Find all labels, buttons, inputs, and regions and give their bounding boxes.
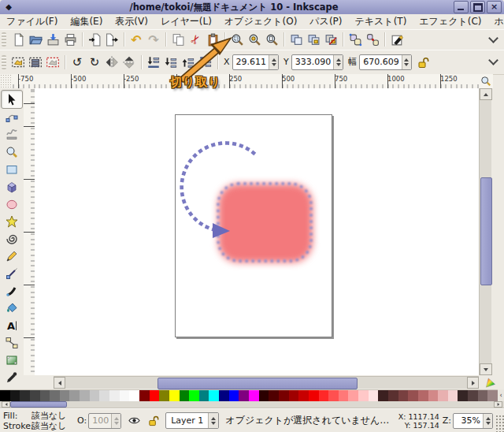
palette-swatch[interactable] bbox=[369, 390, 379, 402]
window-resize-grip[interactable] bbox=[495, 414, 504, 432]
flip-horizontal-button[interactable] bbox=[103, 54, 120, 71]
palette-swatch[interactable] bbox=[180, 390, 190, 402]
tool-star[interactable] bbox=[2, 213, 22, 230]
print-button[interactable] bbox=[61, 31, 79, 48]
palette-swatch[interactable] bbox=[20, 390, 30, 402]
main-toolbar-overflow-button[interactable] bbox=[487, 33, 499, 46]
scroll-left-button[interactable] bbox=[54, 377, 65, 389]
tool-3d-box[interactable] bbox=[2, 178, 22, 196]
layer-lock-toggle[interactable] bbox=[147, 415, 159, 426]
horizontal-ruler[interactable]: -750 -500 -250 0 250 500 750 1000 1250 bbox=[11, 74, 479, 89]
palette-swatch[interactable] bbox=[199, 390, 209, 402]
color-wheel-button[interactable] bbox=[483, 376, 498, 389]
lower-to-bottom-button[interactable] bbox=[145, 54, 162, 71]
lower-button[interactable] bbox=[162, 54, 180, 71]
palette-swatch[interactable] bbox=[309, 390, 319, 402]
maximize-button[interactable] bbox=[470, 1, 485, 13]
palette-swatch[interactable] bbox=[298, 390, 309, 402]
tool-pencil[interactable] bbox=[2, 248, 22, 265]
scroll-right-button[interactable] bbox=[467, 377, 479, 389]
tool-paint-bucket[interactable] bbox=[2, 300, 22, 317]
palette-swatch[interactable] bbox=[378, 390, 388, 402]
palette-swatch[interactable] bbox=[269, 390, 279, 402]
deselect-button[interactable] bbox=[44, 54, 61, 71]
palette-swatch[interactable] bbox=[109, 390, 120, 402]
zoom-page-button[interactable] bbox=[263, 31, 280, 48]
palette-swatch[interactable] bbox=[0, 390, 10, 402]
cut-button[interactable]: ✂ bbox=[187, 31, 204, 48]
palette-scrollbar-thumb[interactable] bbox=[10, 401, 67, 408]
palette-swatch[interactable] bbox=[478, 390, 488, 402]
palette-swatch[interactable] bbox=[487, 390, 498, 402]
zoom-selection-button[interactable] bbox=[228, 31, 246, 48]
menu-object[interactable]: オブジェクト(O) bbox=[218, 14, 304, 29]
x-input[interactable]: 29.611 bbox=[232, 54, 280, 70]
tool-tweak[interactable] bbox=[2, 126, 22, 143]
duplicate-button[interactable] bbox=[287, 31, 305, 48]
palette-swatch[interactable] bbox=[159, 390, 169, 402]
unlink-clone-button[interactable] bbox=[322, 31, 339, 48]
menu-path[interactable]: パス(P) bbox=[303, 14, 348, 29]
palette-swatch[interactable] bbox=[358, 390, 369, 402]
tool-calligraphy[interactable] bbox=[2, 282, 22, 300]
scroll-down-button[interactable] bbox=[480, 363, 492, 375]
palette-swatch[interactable] bbox=[428, 390, 439, 402]
canvas[interactable] bbox=[35, 88, 479, 375]
titlebar[interactable]: ◆ /home/tokoi/無題ドキュメント 10 - Inkscape × bbox=[0, 0, 504, 15]
palette-swatch[interactable] bbox=[139, 390, 150, 402]
ruler-zoom-button[interactable] bbox=[479, 74, 493, 88]
palette-more-button[interactable]: ‹ bbox=[498, 389, 504, 401]
tool-selector[interactable] bbox=[1, 90, 23, 109]
tool-node-editor[interactable] bbox=[2, 109, 22, 126]
palette-swatch[interactable] bbox=[80, 390, 90, 402]
menu-edit[interactable]: 編集(E) bbox=[64, 14, 109, 29]
palette-swatch[interactable] bbox=[90, 390, 100, 402]
group-button[interactable] bbox=[346, 31, 364, 48]
paste-button[interactable] bbox=[204, 31, 221, 48]
palette-swatch[interactable] bbox=[438, 390, 448, 402]
redo-button[interactable]: ↷ bbox=[145, 31, 162, 48]
tool-gradient[interactable] bbox=[2, 352, 22, 369]
select-all-button[interactable] bbox=[9, 54, 27, 71]
palette-swatch[interactable] bbox=[209, 390, 219, 402]
palette-swatch[interactable] bbox=[129, 390, 139, 402]
palette-swatch[interactable] bbox=[388, 390, 398, 402]
menu-effects[interactable]: エフェクト(C) bbox=[413, 14, 487, 29]
toolbar-grip[interactable] bbox=[2, 32, 6, 47]
palette-swatch[interactable] bbox=[60, 390, 70, 402]
horizontal-scrollbar-thumb[interactable] bbox=[158, 378, 358, 389]
palette-swatch[interactable] bbox=[319, 390, 329, 402]
tool-dropper[interactable] bbox=[2, 369, 22, 386]
zoom-input[interactable]: 35% bbox=[453, 413, 493, 429]
palette-swatch[interactable] bbox=[259, 390, 269, 402]
raise-button[interactable] bbox=[180, 54, 197, 71]
menu-file[interactable]: ファイル(F) bbox=[0, 14, 64, 29]
fill-stroke-indicator[interactable]: Fill:該当なし Stroke:該当なし bbox=[3, 411, 72, 431]
palette-swatch[interactable] bbox=[169, 390, 180, 402]
palette-swatch[interactable] bbox=[120, 390, 130, 402]
import-button[interactable] bbox=[86, 31, 103, 48]
rotate-cw-button[interactable]: ↻ bbox=[86, 54, 103, 71]
palette-swatch[interactable] bbox=[69, 390, 80, 402]
create-clone-button[interactable] bbox=[305, 31, 322, 48]
undo-button[interactable]: ↶ bbox=[128, 31, 145, 48]
palette-swatch[interactable] bbox=[40, 390, 50, 402]
palette-swatch[interactable] bbox=[458, 390, 468, 402]
copy-button[interactable] bbox=[169, 31, 187, 48]
palette-swatch[interactable] bbox=[229, 390, 239, 402]
toolbar-grip[interactable] bbox=[2, 55, 6, 69]
palette-swatch[interactable] bbox=[50, 390, 60, 402]
tool-connector[interactable] bbox=[2, 334, 22, 352]
palette-swatch[interactable] bbox=[10, 390, 20, 402]
width-input[interactable]: 670.609 bbox=[359, 54, 412, 70]
minimize-button[interactable] bbox=[454, 1, 469, 13]
palette-swatch[interactable] bbox=[30, 390, 40, 402]
tool-ellipse[interactable] bbox=[2, 196, 22, 213]
palette-scroll-left-button[interactable] bbox=[2, 401, 10, 408]
flip-vertical-button[interactable] bbox=[120, 54, 138, 71]
palette-swatch[interactable] bbox=[99, 390, 109, 402]
new-document-button[interactable] bbox=[9, 31, 27, 48]
tool-pen[interactable] bbox=[2, 265, 22, 282]
palette-swatch[interactable] bbox=[468, 390, 478, 402]
palette-swatch[interactable] bbox=[398, 390, 409, 402]
